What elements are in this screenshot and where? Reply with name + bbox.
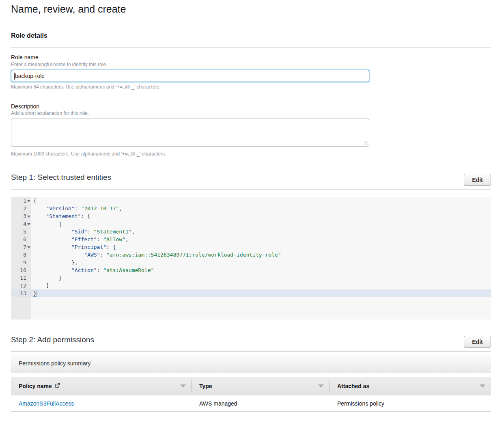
code-text: "Sid": "Statement1", [31,228,491,235]
step2-edit-button[interactable]: Edit [464,336,491,348]
policy-type-cell: AWS managed [192,400,330,407]
step1-edit-button[interactable]: Edit [464,174,491,186]
attached-as-cell: Permissions policy [330,400,491,407]
line-number: 1 [11,197,31,205]
policy-name-link[interactable]: AmazonS3FullAccess [19,400,74,407]
line-number: 4 [11,220,31,228]
code-text: } [31,289,491,297]
filter-dropdown-icon[interactable] [318,384,324,388]
role-name-constraint: Maximum 64 characters. Use alphanumeric … [11,84,161,90]
fold-arrow-icon[interactable] [27,246,30,248]
page-title: Name, review, and create [11,3,126,15]
code-line[interactable]: 10 "Action": "sts:AssumeRole" [11,266,491,274]
code-line[interactable]: 9 }, [11,259,491,266]
line-number: 13 [11,289,31,297]
code-text: "Effect": "Allow", [31,235,491,243]
code-text: ] [31,282,491,289]
table-row: AmazonS3FullAccessAWS managedPermissions… [11,395,491,412]
code-line[interactable]: 5 "Sid": "Statement1", [11,228,491,235]
line-number: 8 [11,251,31,259]
filter-dropdown-icon[interactable] [180,384,186,388]
divider [11,351,491,352]
role-name-hint: Enter a meaningful name to identify this… [11,62,107,67]
permissions-table-header: Policy name Type Attached as [11,377,491,395]
description-hint: Add a short explanation for this role. [11,110,89,116]
line-number: 7 [11,243,31,251]
code-text: } [31,274,491,282]
fold-arrow-icon[interactable] [27,216,30,218]
code-line[interactable]: 11 } [11,274,491,282]
text-cursor [14,73,15,80]
line-number: 2 [11,205,31,212]
code-line[interactable]: 7 "Principal": { [11,243,491,251]
code-text: "Action": "sts:AssumeRole" [31,266,491,274]
code-line[interactable]: 8 "AWS": "arn:aws:iam::541263489771:role… [11,251,491,259]
code-line[interactable]: 6 "Effect": "Allow", [11,235,491,243]
code-line[interactable]: 4 { [11,220,491,228]
code-text: { [31,220,491,228]
code-line[interactable]: 2 "Version": "2012-10-17", [11,205,491,212]
code-text: "Principal": { [31,243,491,251]
code-line[interactable]: 3 "Statement": [ [11,212,491,220]
fold-arrow-icon[interactable] [27,200,30,202]
description-constraint: Maximum 1000 characters. Use alphanumeri… [11,151,166,157]
code-text: "AWS": "arn:aws:iam::541263489771:role/w… [31,251,491,259]
permissions-policy-summary-header: Permissions policy summary [11,354,491,373]
panel-title: Permissions policy summary [19,360,90,367]
line-number: 5 [11,228,31,235]
column-header-attached-as: Attached as [330,377,491,395]
role-name-label: Role name [11,54,39,60]
code-line[interactable]: 12 ] [11,282,491,289]
code-line[interactable]: 1{ [11,197,491,205]
filter-dropdown-icon[interactable] [480,384,485,388]
code-text: }, [31,259,491,266]
line-number: 9 [11,259,31,266]
code-text: "Statement": [ [31,212,491,220]
fold-arrow-icon[interactable] [27,223,30,225]
line-number: 11 [11,274,31,282]
role-details-heading: Role details [11,32,47,39]
column-header-type: Type [192,377,330,395]
line-number: 12 [11,282,31,289]
resize-handle-icon[interactable] [364,141,368,145]
code-text: { [31,197,491,205]
description-label: Description [11,103,39,110]
role-name-input[interactable] [11,70,369,82]
description-textarea[interactable] [11,119,369,147]
code-text: "Version": "2012-10-17", [31,205,491,212]
divider [11,47,491,48]
step1-heading: Step 1: Select trusted entities [11,173,111,182]
step2-heading: Step 2: Add permissions [11,335,94,344]
trust-policy-editor[interactable]: 1{2 "Version": "2012-10-17",3 "Statement… [11,197,491,320]
line-number: 6 [11,235,31,243]
divider [11,189,491,190]
external-link-icon [55,383,60,389]
line-number: 3 [11,212,31,220]
line-number: 10 [11,266,31,274]
code-line[interactable]: 13} [11,289,491,297]
column-header-policy-name: Policy name [11,377,192,395]
editor-cursor: } [33,290,37,297]
